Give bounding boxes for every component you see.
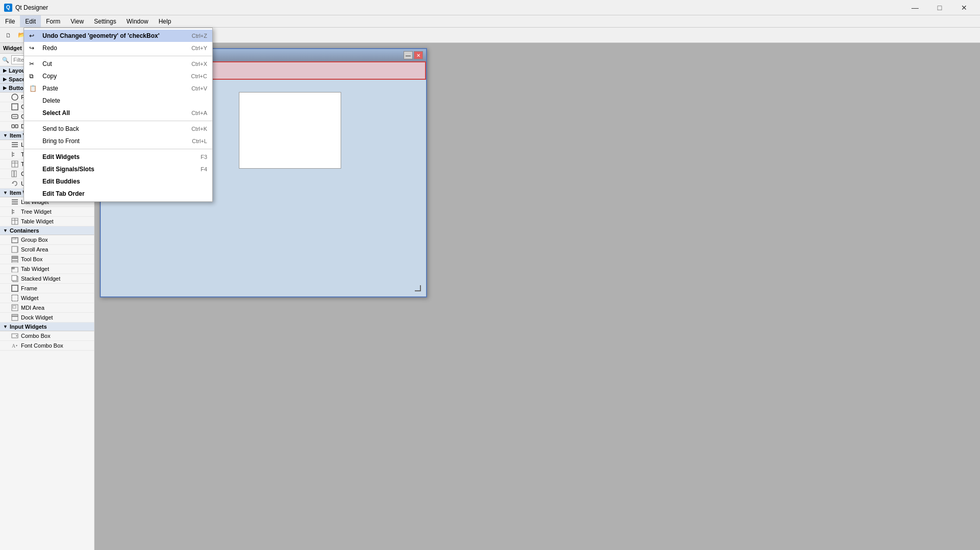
minimize-button[interactable]: — <box>903 0 927 15</box>
category-containers-arrow: ▼ <box>3 228 8 233</box>
svg-marker-47 <box>16 345 17 347</box>
menu-redo-shortcut: Ctrl+Y <box>191 45 207 51</box>
menu-form[interactable]: Form <box>41 15 65 27</box>
menu-bar: File Edit Form View Settings Window Help <box>0 15 980 28</box>
tree-widget-icon <box>11 208 18 215</box>
widget-item-widget-label: Widget <box>21 295 38 301</box>
toolbar-new[interactable]: 🗋 <box>2 29 14 41</box>
widget-item-dock-widget-label: Dock Widget <box>21 314 53 320</box>
svg-marker-45 <box>16 335 17 337</box>
menu-paste[interactable]: 📋 Paste Ctrl+V <box>24 82 212 95</box>
combo-box-icon <box>11 332 18 339</box>
widget-item-tool-box-label: Tool Box <box>21 256 42 262</box>
widget-item-scroll-area-label: Scroll Area <box>21 246 48 253</box>
menu-edit-signals[interactable]: Edit Signals/Slots F4 <box>24 163 212 175</box>
menu-paste-label: Paste <box>42 85 191 92</box>
widget-item-frame-label: Frame <box>21 285 37 291</box>
form-minimize-btn[interactable]: — <box>404 51 413 59</box>
category-containers[interactable]: ▼ Containers <box>0 226 94 235</box>
tree-view-icon <box>11 151 18 158</box>
svg-rect-8 <box>12 146 18 147</box>
svg-rect-39 <box>12 295 18 301</box>
maximize-button[interactable]: □ <box>928 0 951 15</box>
widget-item-dock-widget[interactable]: Dock Widget <box>0 313 94 323</box>
menu-edit[interactable]: Edit <box>20 15 41 27</box>
svg-rect-20 <box>12 203 18 204</box>
widget-item-frame[interactable]: Frame <box>0 284 94 293</box>
menu-file[interactable]: File <box>0 15 20 27</box>
category-item-views-arrow: ▼ <box>3 133 8 138</box>
svg-rect-38 <box>12 285 18 291</box>
category-input-widgets[interactable]: ▼ Input Widgets <box>0 323 94 331</box>
category-containers-label: Containers <box>10 227 39 234</box>
menu-bring-front[interactable]: Bring to Front Ctrl+L <box>24 135 212 147</box>
category-input-widgets-label: Input Widgets <box>10 324 47 330</box>
redo-icon: ↪ <box>29 44 39 52</box>
widget-item-table-widget-label: Table Widget <box>21 218 54 224</box>
menu-send-back[interactable]: Send to Back Ctrl+K <box>24 123 212 135</box>
table-view-icon <box>11 161 18 168</box>
svg-rect-7 <box>12 144 18 145</box>
widget-item-tab-widget[interactable]: Tab Widget <box>0 264 94 274</box>
svg-rect-16 <box>14 171 16 177</box>
menu-settings[interactable]: Settings <box>89 15 121 27</box>
menu-cut[interactable]: ✂ Cut Ctrl+X <box>24 58 212 70</box>
checkbox-icon <box>11 103 18 110</box>
copy-icon: ⧉ <box>29 73 39 80</box>
widget-item-font-combo-box[interactable]: A Font Combo Box <box>0 341 94 351</box>
svg-rect-4 <box>12 125 14 128</box>
svg-rect-31 <box>12 256 18 258</box>
widget-item-tool-box[interactable]: Tool Box <box>0 255 94 264</box>
category-buttons-arrow: ▶ <box>3 85 7 90</box>
widget-item-mdi-area[interactable]: MDI Area <box>0 303 94 313</box>
widget-item-group-box[interactable]: GB Group Box <box>0 235 94 245</box>
menu-edit-buddies[interactable]: Edit Buddies <box>24 175 212 188</box>
widget-item-stacked-widget-label: Stacked Widget <box>21 276 60 282</box>
menu-undo[interactable]: ↩ Undo Changed 'geometry' of 'checkBox' … <box>24 30 212 42</box>
menu-sep3 <box>24 149 212 149</box>
svg-rect-1 <box>12 104 18 110</box>
form-resize-handle[interactable] <box>415 285 421 291</box>
menu-redo[interactable]: ↪ Redo Ctrl+Y <box>24 42 212 54</box>
svg-rect-30 <box>17 246 18 253</box>
cut-icon: ✂ <box>29 60 39 67</box>
content-area: — ✕ RadioButton <box>95 43 980 550</box>
filter-icon: 🔍 <box>2 57 9 63</box>
edit-menu-dropdown: ↩ Undo Changed 'geometry' of 'checkBox' … <box>24 28 213 202</box>
menu-edit-tab-order[interactable]: Edit Tab Order <box>24 188 212 200</box>
menu-copy[interactable]: ⧉ Copy Ctrl+C <box>24 70 212 82</box>
menu-edit-tab-order-label: Edit Tab Order <box>42 190 207 197</box>
list-widget-icon <box>11 198 18 205</box>
column-view-icon <box>11 170 18 177</box>
menu-edit-widgets-shortcut: F3 <box>201 154 207 160</box>
close-button[interactable]: ✕ <box>952 0 976 15</box>
svg-rect-43 <box>12 316 18 320</box>
menu-select-all[interactable]: Select All Ctrl+A <box>24 107 212 119</box>
menu-edit-signals-shortcut: F4 <box>201 166 207 172</box>
menu-delete[interactable]: Delete <box>24 95 212 107</box>
menu-edit-buddies-label: Edit Buddies <box>42 178 207 185</box>
form-close-btn[interactable]: ✕ <box>414 51 423 59</box>
widget-item-table-widget[interactable]: Table Widget <box>0 217 94 226</box>
svg-rect-29 <box>12 246 17 253</box>
widget-item-widget[interactable]: Widget <box>0 293 94 303</box>
dialog-button-box-icon <box>11 123 18 130</box>
form-white-box[interactable] <box>239 92 341 169</box>
widget-item-font-combo-box-label: Font Combo Box <box>21 342 63 349</box>
menu-help[interactable]: Help <box>153 15 176 27</box>
menu-window[interactable]: Window <box>121 15 153 27</box>
widget-item-stacked-widget[interactable]: Stacked Widget <box>0 274 94 284</box>
menu-redo-label: Redo <box>42 44 191 52</box>
group-box-icon: GB <box>11 236 18 243</box>
menu-sep2 <box>24 121 212 121</box>
widget-item-scroll-area[interactable]: Scroll Area <box>0 245 94 255</box>
svg-rect-19 <box>12 201 18 202</box>
widget-item-combo-box[interactable]: Combo Box <box>0 331 94 341</box>
menu-view[interactable]: View <box>65 15 89 27</box>
font-combo-box-icon: A <box>11 342 18 349</box>
widget-item-tree-widget[interactable]: Tree Widget <box>0 207 94 217</box>
menu-cut-label: Cut <box>42 60 191 67</box>
svg-rect-18 <box>12 199 18 200</box>
menu-edit-widgets[interactable]: Edit Widgets F3 <box>24 151 212 163</box>
menu-undo-label: Undo Changed 'geometry' of 'checkBox' <box>42 32 192 39</box>
